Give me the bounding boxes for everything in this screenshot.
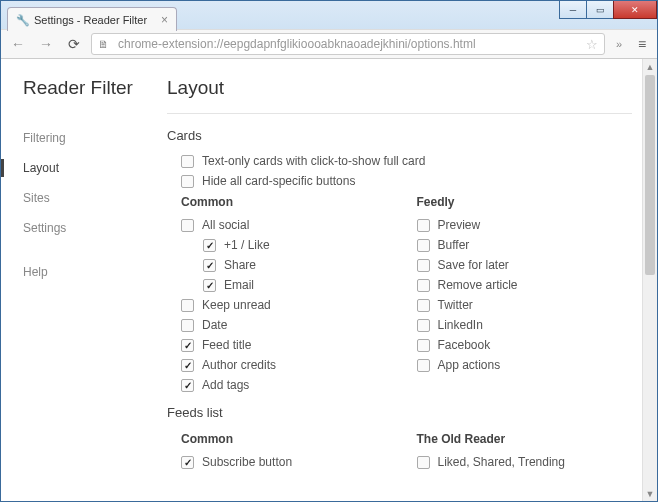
opt-liked-shared-trending[interactable]: Liked, Shared, Trending <box>417 452 633 472</box>
tab-close-icon[interactable]: × <box>161 13 168 27</box>
address-bar[interactable]: 🗎 chrome-extension://eepgdapnfglikioooab… <box>91 33 605 55</box>
vertical-scrollbar[interactable]: ▲ ▼ <box>642 59 657 501</box>
checkbox[interactable] <box>181 319 194 332</box>
forward-button[interactable]: → <box>35 33 57 55</box>
sidebar-item-layout[interactable]: Layout <box>23 153 163 183</box>
sidebar-item-sites[interactable]: Sites <box>23 183 163 213</box>
sidebar-item-filtering[interactable]: Filtering <box>23 123 163 153</box>
col-title-oldreader: The Old Reader <box>417 432 633 446</box>
cards-common-column: Common All social +1 / Like Share Email … <box>181 191 397 395</box>
opt-label: LinkedIn <box>438 318 483 332</box>
maximize-button[interactable]: ▭ <box>586 1 614 19</box>
titlebar: 🔧 Settings - Reader Filter × ─ ▭ ✕ <box>1 1 657 29</box>
content-viewport: Reader Filter Filtering Layout Sites Set… <box>1 59 657 501</box>
app-title: Reader Filter <box>23 77 163 99</box>
opt-add-tags[interactable]: Add tags <box>181 375 397 395</box>
opt-app-actions[interactable]: App actions <box>417 355 633 375</box>
opt-feed-title[interactable]: Feed title <box>181 335 397 355</box>
checkbox[interactable] <box>417 299 430 312</box>
opt-label: All social <box>202 218 249 232</box>
opt-buffer[interactable]: Buffer <box>417 235 633 255</box>
opt-save-for-later[interactable]: Save for later <box>417 255 633 275</box>
back-button[interactable]: ← <box>7 33 29 55</box>
opt-hide-card-buttons[interactable]: Hide all card-specific buttons <box>181 171 632 191</box>
opt-keep-unread[interactable]: Keep unread <box>181 295 397 315</box>
checkbox[interactable] <box>417 259 430 272</box>
opt-all-social[interactable]: All social <box>181 215 397 235</box>
chrome-menu-button[interactable]: ≡ <box>633 36 651 52</box>
section-feeds-title: Feeds list <box>167 405 632 420</box>
extensions-overflow-button[interactable]: » <box>611 38 627 50</box>
opt-share[interactable]: Share <box>181 255 397 275</box>
col-title-common: Common <box>181 195 397 209</box>
checkbox[interactable] <box>417 359 430 372</box>
tab-title: Settings - Reader Filter <box>34 14 147 26</box>
opt-preview[interactable]: Preview <box>417 215 633 235</box>
col-title-feedly: Feedly <box>417 195 633 209</box>
opt-label: Text-only cards with click-to-show full … <box>202 154 425 168</box>
checkbox[interactable] <box>417 219 430 232</box>
checkbox[interactable] <box>417 279 430 292</box>
opt-email[interactable]: Email <box>181 275 397 295</box>
checkbox[interactable] <box>203 259 216 272</box>
opt-label: +1 / Like <box>224 238 270 252</box>
opt-label: Hide all card-specific buttons <box>202 174 355 188</box>
opt-twitter[interactable]: Twitter <box>417 295 633 315</box>
opt-date[interactable]: Date <box>181 315 397 335</box>
checkbox[interactable] <box>417 239 430 252</box>
checkbox[interactable] <box>203 279 216 292</box>
checkbox[interactable] <box>181 175 194 188</box>
opt-label: Keep unread <box>202 298 271 312</box>
minimize-button[interactable]: ─ <box>559 1 587 19</box>
opt-label: Feed title <box>202 338 251 352</box>
section-cards-title: Cards <box>167 128 632 143</box>
checkbox[interactable] <box>181 299 194 312</box>
opt-remove-article[interactable]: Remove article <box>417 275 633 295</box>
col-title-common2: Common <box>181 432 397 446</box>
opt-label: Save for later <box>438 258 509 272</box>
feeds-common-column: Common Subscribe button <box>181 428 397 472</box>
divider <box>167 113 632 114</box>
wrench-icon: 🔧 <box>16 14 28 26</box>
checkbox[interactable] <box>417 456 430 469</box>
settings-sidebar: Reader Filter Filtering Layout Sites Set… <box>23 77 163 501</box>
checkbox[interactable] <box>203 239 216 252</box>
opt-label: Share <box>224 258 256 272</box>
page-icon: 🗎 <box>98 38 112 50</box>
sidebar-item-help[interactable]: Help <box>23 257 163 287</box>
scroll-down-arrow-icon[interactable]: ▼ <box>643 486 657 501</box>
browser-tab[interactable]: 🔧 Settings - Reader Filter × <box>7 7 177 31</box>
scrollbar-thumb[interactable] <box>645 75 655 275</box>
opt-label: Remove article <box>438 278 518 292</box>
checkbox[interactable] <box>181 339 194 352</box>
page-title: Layout <box>167 77 632 99</box>
window-controls: ─ ▭ ✕ <box>560 1 657 19</box>
checkbox[interactable] <box>181 456 194 469</box>
opt-author-credits[interactable]: Author credits <box>181 355 397 375</box>
bookmark-star-icon[interactable]: ☆ <box>586 37 598 52</box>
reload-button[interactable]: ⟳ <box>63 33 85 55</box>
opt-facebook[interactable]: Facebook <box>417 335 633 355</box>
checkbox[interactable] <box>181 359 194 372</box>
page-content: Reader Filter Filtering Layout Sites Set… <box>1 59 642 501</box>
checkbox[interactable] <box>417 319 430 332</box>
opt-plus1-like[interactable]: +1 / Like <box>181 235 397 255</box>
opt-subscribe-button[interactable]: Subscribe button <box>181 452 397 472</box>
opt-text-only-cards[interactable]: Text-only cards with click-to-show full … <box>181 151 632 171</box>
checkbox[interactable] <box>417 339 430 352</box>
feeds-oldreader-column: The Old Reader Liked, Shared, Trending <box>417 428 633 472</box>
scroll-up-arrow-icon[interactable]: ▲ <box>643 59 657 74</box>
opt-label: Author credits <box>202 358 276 372</box>
checkbox[interactable] <box>181 155 194 168</box>
settings-main: Layout Cards Text-only cards with click-… <box>163 77 632 501</box>
opt-label: Preview <box>438 218 481 232</box>
window-close-button[interactable]: ✕ <box>613 1 657 19</box>
opt-linkedin[interactable]: LinkedIn <box>417 315 633 335</box>
opt-label: App actions <box>438 358 501 372</box>
opt-label: Add tags <box>202 378 249 392</box>
sidebar-item-settings[interactable]: Settings <box>23 213 163 243</box>
checkbox[interactable] <box>181 219 194 232</box>
opt-label: Email <box>224 278 254 292</box>
checkbox[interactable] <box>181 379 194 392</box>
opt-label: Liked, Shared, Trending <box>438 455 565 469</box>
